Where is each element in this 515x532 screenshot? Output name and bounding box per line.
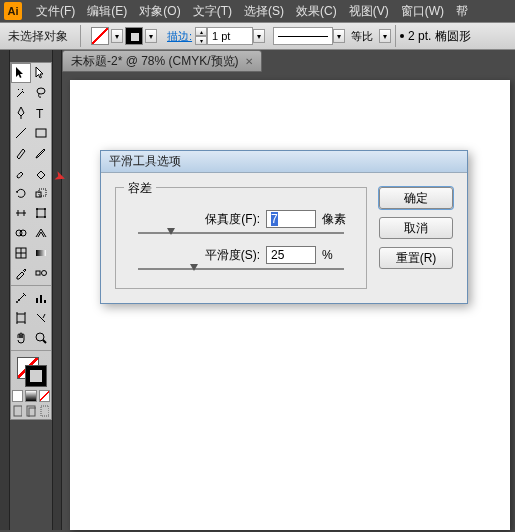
hand-tool[interactable] [11, 328, 31, 348]
menu-effect[interactable]: 效果(C) [290, 1, 343, 22]
svg-text:T: T [36, 107, 44, 120]
dot-icon [400, 34, 404, 38]
svg-rect-21 [44, 300, 46, 303]
svg-rect-6 [37, 209, 45, 217]
artboard[interactable] [70, 80, 510, 530]
selection-tool[interactable] [11, 63, 31, 83]
stroke-swatch[interactable] [125, 27, 143, 45]
width-tool[interactable] [11, 203, 31, 223]
options-bar: 未选择对象 ▾ ▾ 描边: ▴▾ 1 pt ▾ ▾ 等比 ▾ 2 pt. 椭圆形 [0, 22, 515, 50]
svg-rect-22 [17, 314, 25, 322]
svg-rect-19 [36, 298, 38, 303]
draw-behind-icon[interactable] [26, 405, 35, 417]
line-tool[interactable] [11, 123, 31, 143]
color-mode-row [11, 389, 51, 403]
magic-wand-tool[interactable] [11, 83, 31, 103]
lasso-tool[interactable] [31, 83, 51, 103]
blob-brush-tool[interactable] [11, 163, 31, 183]
paintbrush-tool[interactable] [11, 143, 31, 163]
svg-line-24 [43, 340, 46, 343]
menu-window[interactable]: 窗口(W) [395, 1, 450, 22]
svg-line-2 [16, 128, 26, 138]
perspective-grid-tool[interactable] [31, 223, 51, 243]
menu-bar: Ai 文件(F) 编辑(E) 对象(O) 文字(T) 选择(S) 效果(C) 视… [0, 0, 515, 22]
svg-point-0 [37, 88, 45, 94]
pt-spinner[interactable]: ▴▾ [195, 27, 207, 45]
direct-selection-tool[interactable] [31, 63, 51, 83]
stroke-pt-input[interactable]: 1 pt [207, 27, 253, 45]
fidelity-label: 保真度(F): [190, 211, 260, 228]
menu-type[interactable]: 文字(T) [187, 1, 238, 22]
menu-edit[interactable]: 编辑(E) [81, 1, 133, 22]
pt-dropdown[interactable]: ▾ [253, 29, 265, 43]
brush-dropdown[interactable]: ▾ [333, 29, 345, 43]
stroke-dropdown[interactable]: ▾ [145, 29, 157, 43]
fieldset-legend: 容差 [124, 180, 156, 197]
rotate-tool[interactable] [11, 183, 31, 203]
shape-profile[interactable]: 2 pt. 椭圆形 [400, 28, 471, 45]
eraser-tool[interactable] [31, 163, 51, 183]
separator [395, 25, 396, 47]
menu-object[interactable]: 对象(O) [133, 1, 186, 22]
shape-builder-tool[interactable] [11, 223, 31, 243]
zoom-tool[interactable] [31, 328, 51, 348]
fidelity-unit: 像素 [322, 211, 352, 228]
fidelity-value: 7 [271, 212, 278, 226]
eyedropper-tool[interactable] [11, 263, 31, 283]
column-graph-tool[interactable] [31, 288, 51, 308]
color-mode-none[interactable] [39, 390, 50, 402]
dialog-title: 平滑工具选项 [101, 151, 467, 173]
fill-stroke-swatches: ▾ ▾ [91, 27, 157, 45]
stroke-link[interactable]: 描边: [167, 29, 192, 44]
ratio-label[interactable]: 等比 [351, 29, 373, 44]
smoothness-unit: % [322, 248, 352, 262]
pencil-tool[interactable] [31, 143, 51, 163]
draw-inside-icon[interactable] [40, 405, 49, 417]
menu-select[interactable]: 选择(S) [238, 1, 290, 22]
svg-rect-14 [36, 250, 46, 256]
symbol-sprayer-tool[interactable] [11, 288, 31, 308]
app-icon: Ai [4, 2, 22, 20]
svg-point-9 [36, 216, 38, 218]
smoothness-slider[interactable] [138, 268, 344, 270]
draw-normal-icon[interactable] [13, 405, 22, 417]
ok-button[interactable]: 确定 [379, 187, 453, 209]
color-mode-gradient[interactable] [25, 390, 36, 402]
ratio-dropdown[interactable]: ▾ [379, 29, 391, 43]
rectangle-tool[interactable] [31, 123, 51, 143]
svg-rect-28 [41, 406, 49, 416]
cancel-button[interactable]: 取消 [379, 217, 453, 239]
smoothness-value: 25 [271, 248, 284, 262]
free-transform-tool[interactable] [31, 203, 51, 223]
slice-tool[interactable] [31, 308, 51, 328]
menu-file[interactable]: 文件(F) [30, 1, 81, 22]
color-mode-normal[interactable] [12, 390, 23, 402]
menu-help[interactable]: 帮 [450, 1, 474, 22]
gradient-tool[interactable] [31, 243, 51, 263]
fill-dropdown[interactable]: ▾ [111, 29, 123, 43]
blend-tool[interactable] [31, 263, 51, 283]
tool-separator [11, 285, 51, 286]
artboard-tool[interactable] [11, 308, 31, 328]
fidelity-input[interactable]: 7 [266, 210, 316, 228]
svg-point-23 [36, 333, 44, 341]
menu-view[interactable]: 视图(V) [343, 1, 395, 22]
scale-tool[interactable] [31, 183, 51, 203]
fidelity-slider[interactable] [138, 232, 344, 234]
pen-tool[interactable] [11, 103, 31, 123]
svg-rect-3 [36, 129, 46, 137]
smoothness-label: 平滑度(S): [190, 247, 260, 264]
fill-stroke-control[interactable] [11, 353, 51, 389]
close-tab-icon[interactable]: ✕ [245, 56, 253, 67]
document-tab[interactable]: 未标题-2* @ 78% (CMYK/预览) ✕ [62, 50, 262, 72]
type-tool[interactable]: T [31, 103, 51, 123]
shape-label: 2 pt. 椭圆形 [408, 28, 471, 45]
left-dock-strip-2 [52, 50, 62, 530]
draw-mode-row [11, 403, 51, 419]
mesh-tool[interactable] [11, 243, 31, 263]
reset-button[interactable]: 重置(R) [379, 247, 453, 269]
fill-swatch[interactable] [91, 27, 109, 45]
brush-preview[interactable] [273, 27, 333, 45]
stroke-color-icon[interactable] [25, 365, 47, 387]
smoothness-input[interactable]: 25 [266, 246, 316, 264]
